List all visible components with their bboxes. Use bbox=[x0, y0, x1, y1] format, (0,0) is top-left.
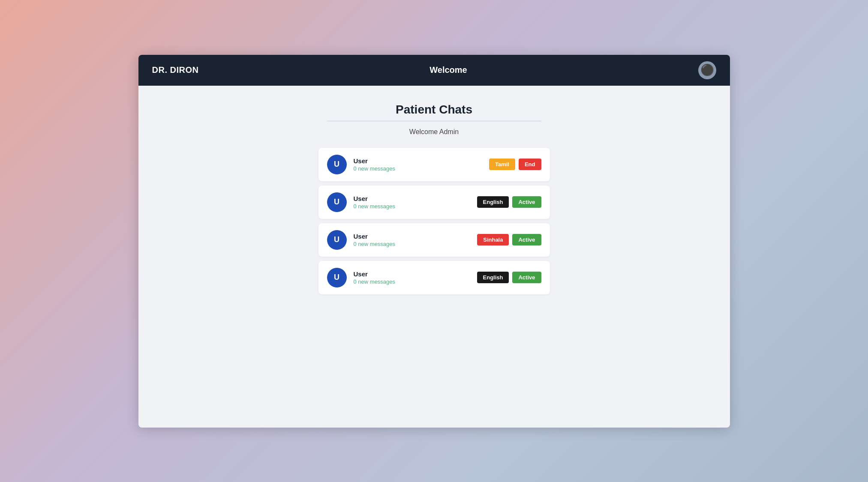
badge-status-3[interactable]: Active bbox=[512, 234, 541, 245]
chat-badges-1: Tamil End bbox=[489, 159, 541, 170]
chat-left-4: U User 0 new messages bbox=[327, 268, 396, 287]
user-name-1: User bbox=[354, 157, 396, 165]
user-avatar-button[interactable]: ⚫ bbox=[698, 61, 716, 79]
user-info-2: User 0 new messages bbox=[354, 195, 396, 210]
chat-card-4[interactable]: U User 0 new messages English Active bbox=[318, 261, 550, 294]
title-divider bbox=[327, 121, 541, 121]
user-name-2: User bbox=[354, 195, 396, 202]
chat-card-2[interactable]: U User 0 new messages English Active bbox=[318, 186, 550, 219]
page-title: Patient Chats bbox=[396, 103, 472, 117]
user-name-4: User bbox=[354, 270, 396, 278]
navbar: DR. DIRON Welcome ⚫ bbox=[138, 55, 730, 86]
user-avatar-1: U bbox=[327, 155, 347, 174]
app-window: DR. DIRON Welcome ⚫ Patient Chats Welcom… bbox=[138, 55, 730, 428]
navbar-title: Welcome bbox=[429, 65, 467, 75]
chat-left-1: U User 0 new messages bbox=[327, 155, 396, 174]
message-count-4: 0 new messages bbox=[354, 278, 396, 285]
chat-left-3: U User 0 new messages bbox=[327, 230, 396, 250]
badge-status-4[interactable]: Active bbox=[512, 272, 541, 283]
badge-status-2[interactable]: Active bbox=[512, 196, 541, 208]
user-info-1: User 0 new messages bbox=[354, 157, 396, 172]
brand-logo: DR. DIRON bbox=[152, 65, 199, 75]
chat-card-1[interactable]: U User 0 new messages Tamil End bbox=[318, 148, 550, 181]
user-avatar-4: U bbox=[327, 268, 347, 287]
message-count-1: 0 new messages bbox=[354, 165, 396, 172]
badge-lang-3[interactable]: Sinhala bbox=[477, 234, 509, 245]
badge-lang-1[interactable]: Tamil bbox=[489, 159, 515, 170]
user-name-3: User bbox=[354, 233, 396, 240]
user-info-4: User 0 new messages bbox=[354, 270, 396, 285]
avatar-icon: ⚫ bbox=[700, 63, 714, 77]
user-info-3: User 0 new messages bbox=[354, 233, 396, 247]
badge-status-1[interactable]: End bbox=[519, 159, 541, 170]
user-avatar-2: U bbox=[327, 192, 347, 212]
chat-card-3[interactable]: U User 0 new messages Sinhala Active bbox=[318, 223, 550, 257]
chat-left-2: U User 0 new messages bbox=[327, 192, 396, 212]
badge-lang-4[interactable]: English bbox=[477, 272, 509, 283]
message-count-2: 0 new messages bbox=[354, 203, 396, 210]
chat-badges-2: English Active bbox=[477, 196, 541, 208]
user-avatar-3: U bbox=[327, 230, 347, 250]
main-content: Patient Chats Welcome Admin U User 0 new… bbox=[138, 86, 730, 428]
welcome-text: Welcome Admin bbox=[409, 128, 459, 136]
chat-badges-4: English Active bbox=[477, 272, 541, 283]
message-count-3: 0 new messages bbox=[354, 241, 396, 247]
chat-badges-3: Sinhala Active bbox=[477, 234, 541, 245]
badge-lang-2[interactable]: English bbox=[477, 196, 509, 208]
chats-container: U User 0 new messages Tamil End U User 0… bbox=[318, 148, 550, 294]
